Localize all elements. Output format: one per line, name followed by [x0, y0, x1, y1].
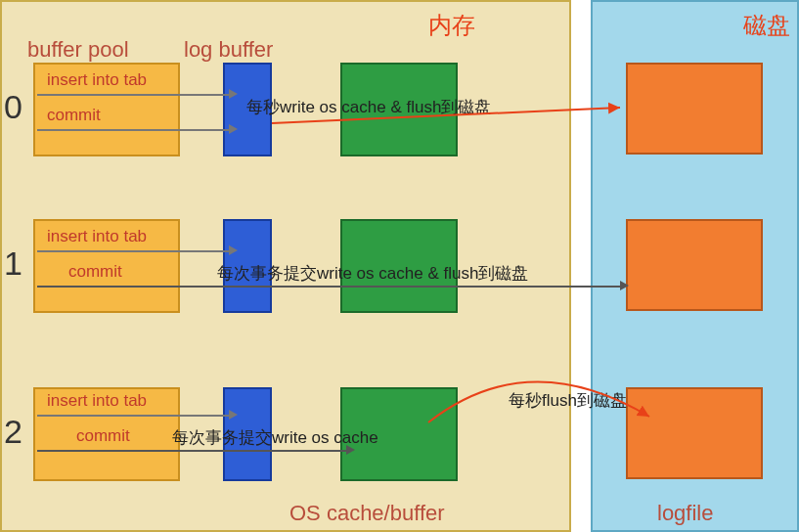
memory-label: 内存: [428, 10, 475, 41]
row-0-op2-arrow: [229, 124, 238, 134]
logfile-box-2: [626, 387, 763, 479]
row-0-op1-line: [37, 94, 229, 96]
row-2-op1: insert into tab: [47, 391, 147, 411]
row-2-commit-arrow: [346, 445, 355, 455]
row-1-op1-arrow: [229, 245, 238, 255]
row-1-commit-line: [37, 286, 620, 288]
logfile-header: logfile: [657, 501, 713, 526]
logfile-box-1: [626, 219, 763, 311]
row-2-index: 2: [4, 413, 22, 451]
row-2-op1-line: [37, 415, 229, 417]
disk-label: 磁盘: [743, 10, 790, 41]
log-buffer-header: log buffer: [184, 37, 273, 63]
row-0-op2-line: [37, 129, 229, 131]
row-1-index: 1: [4, 244, 22, 283]
row-1-flow1: 每次事务提交write os cache & flush到磁盘: [217, 262, 528, 285]
row-0-op1-arrow: [229, 89, 238, 99]
os-cache-header: OS cache/buffer: [289, 501, 445, 526]
row-1-op2: commit: [68, 262, 122, 282]
buffer-pool-header: buffer pool: [27, 37, 129, 63]
row-0-op2: commit: [47, 106, 101, 125]
row-1-op1: insert into tab: [47, 227, 147, 246]
row-2-op1-arrow: [229, 410, 238, 420]
row-0-flow1: 每秒write os cache & flush到磁盘: [246, 96, 491, 118]
row-2-commit-line: [37, 450, 346, 452]
row-1-op1-line: [37, 250, 229, 252]
logfile-box-0: [626, 63, 763, 155]
row-1-commit-arrow: [620, 281, 629, 290]
row-0-op1: insert into tab: [47, 70, 147, 90]
row-0-index: 0: [4, 88, 22, 126]
row-2-op2: commit: [76, 426, 130, 446]
row-2-flow2: 每秒flush到磁盘: [509, 389, 627, 412]
